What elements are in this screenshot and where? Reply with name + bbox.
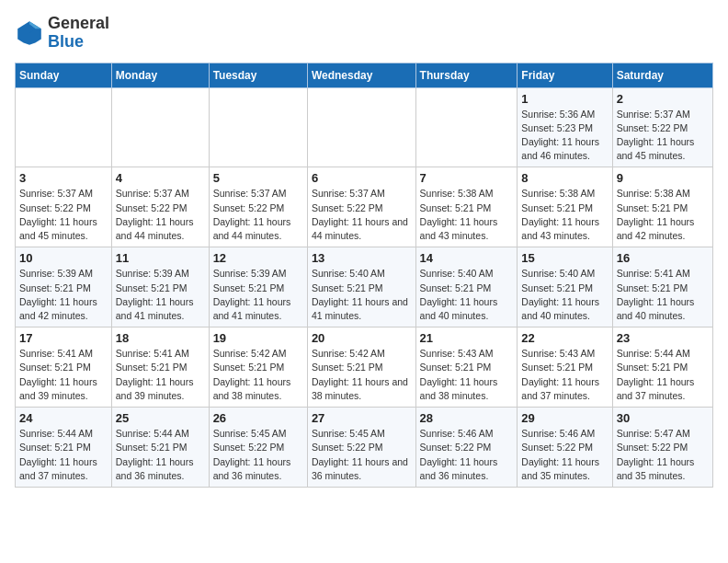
day-number: 9 xyxy=(617,171,709,185)
day-info: Sunrise: 5:45 AM Sunset: 5:22 PM Dayligh… xyxy=(213,427,303,483)
day-number: 22 xyxy=(521,331,608,345)
calendar-cell: 17Sunrise: 5:41 AM Sunset: 5:21 PM Dayli… xyxy=(16,327,112,408)
day-info: Sunrise: 5:38 AM Sunset: 5:21 PM Dayligh… xyxy=(617,187,709,243)
calendar-cell: 14Sunrise: 5:40 AM Sunset: 5:21 PM Dayli… xyxy=(415,247,518,327)
day-number: 11 xyxy=(116,251,205,265)
calendar-cell: 22Sunrise: 5:43 AM Sunset: 5:21 PM Dayli… xyxy=(518,327,612,408)
day-number: 6 xyxy=(312,171,412,185)
day-number: 26 xyxy=(213,411,303,425)
day-info: Sunrise: 5:40 AM Sunset: 5:21 PM Dayligh… xyxy=(312,267,412,323)
calendar-cell: 19Sunrise: 5:42 AM Sunset: 5:21 PM Dayli… xyxy=(209,327,307,408)
day-number: 21 xyxy=(420,331,514,345)
day-info: Sunrise: 5:39 AM Sunset: 5:21 PM Dayligh… xyxy=(19,267,108,323)
day-info: Sunrise: 5:46 AM Sunset: 5:22 PM Dayligh… xyxy=(521,427,608,483)
day-number: 25 xyxy=(116,411,205,425)
calendar-week-row: 3Sunrise: 5:37 AM Sunset: 5:22 PM Daylig… xyxy=(16,167,713,247)
day-info: Sunrise: 5:36 AM Sunset: 5:23 PM Dayligh… xyxy=(521,108,608,164)
day-number: 1 xyxy=(521,92,608,106)
calendar-cell: 4Sunrise: 5:37 AM Sunset: 5:22 PM Daylig… xyxy=(111,167,209,247)
calendar-cell xyxy=(111,87,209,167)
day-number: 30 xyxy=(617,411,709,425)
calendar-cell: 29Sunrise: 5:46 AM Sunset: 5:22 PM Dayli… xyxy=(518,408,612,488)
day-number: 15 xyxy=(521,251,608,265)
calendar-cell: 26Sunrise: 5:45 AM Sunset: 5:22 PM Dayli… xyxy=(209,408,307,488)
logo-icon xyxy=(15,18,44,48)
day-header-thursday: Thursday xyxy=(415,63,518,87)
day-number: 4 xyxy=(116,171,205,185)
day-info: Sunrise: 5:37 AM Sunset: 5:22 PM Dayligh… xyxy=(617,108,709,164)
calendar-cell xyxy=(209,87,307,167)
day-header-friday: Friday xyxy=(518,63,612,87)
calendar-cell: 28Sunrise: 5:46 AM Sunset: 5:22 PM Dayli… xyxy=(415,408,518,488)
calendar-cell: 5Sunrise: 5:37 AM Sunset: 5:22 PM Daylig… xyxy=(209,167,307,247)
calendar-cell xyxy=(16,87,112,167)
day-number: 23 xyxy=(617,331,709,345)
day-info: Sunrise: 5:47 AM Sunset: 5:22 PM Dayligh… xyxy=(617,427,709,483)
header: General Blue xyxy=(15,15,713,52)
day-info: Sunrise: 5:43 AM Sunset: 5:21 PM Dayligh… xyxy=(420,347,514,403)
calendar-week-row: 10Sunrise: 5:39 AM Sunset: 5:21 PM Dayli… xyxy=(16,247,713,327)
calendar-cell: 25Sunrise: 5:44 AM Sunset: 5:21 PM Dayli… xyxy=(111,408,209,488)
day-info: Sunrise: 5:44 AM Sunset: 5:21 PM Dayligh… xyxy=(116,427,205,483)
day-info: Sunrise: 5:41 AM Sunset: 5:21 PM Dayligh… xyxy=(617,267,709,323)
calendar-week-row: 24Sunrise: 5:44 AM Sunset: 5:21 PM Dayli… xyxy=(16,408,713,488)
day-number: 5 xyxy=(213,171,303,185)
day-info: Sunrise: 5:38 AM Sunset: 5:21 PM Dayligh… xyxy=(521,187,608,243)
calendar-week-row: 17Sunrise: 5:41 AM Sunset: 5:21 PM Dayli… xyxy=(16,327,713,408)
day-info: Sunrise: 5:37 AM Sunset: 5:22 PM Dayligh… xyxy=(213,187,303,243)
calendar-cell xyxy=(307,87,415,167)
day-number: 2 xyxy=(617,92,709,106)
day-header-tuesday: Tuesday xyxy=(209,63,307,87)
day-number: 17 xyxy=(19,331,108,345)
calendar-cell: 21Sunrise: 5:43 AM Sunset: 5:21 PM Dayli… xyxy=(415,327,518,408)
calendar-cell: 20Sunrise: 5:42 AM Sunset: 5:21 PM Dayli… xyxy=(307,327,415,408)
day-info: Sunrise: 5:39 AM Sunset: 5:21 PM Dayligh… xyxy=(116,267,205,323)
calendar-cell: 24Sunrise: 5:44 AM Sunset: 5:21 PM Dayli… xyxy=(16,408,112,488)
day-info: Sunrise: 5:42 AM Sunset: 5:21 PM Dayligh… xyxy=(312,347,412,403)
day-info: Sunrise: 5:44 AM Sunset: 5:21 PM Dayligh… xyxy=(19,427,108,483)
calendar-cell: 13Sunrise: 5:40 AM Sunset: 5:21 PM Dayli… xyxy=(307,247,415,327)
day-number: 10 xyxy=(19,251,108,265)
day-info: Sunrise: 5:41 AM Sunset: 5:21 PM Dayligh… xyxy=(19,347,108,403)
day-number: 13 xyxy=(312,251,412,265)
day-number: 3 xyxy=(19,171,108,185)
day-number: 28 xyxy=(420,411,514,425)
calendar-cell: 8Sunrise: 5:38 AM Sunset: 5:21 PM Daylig… xyxy=(518,167,612,247)
calendar-cell: 11Sunrise: 5:39 AM Sunset: 5:21 PM Dayli… xyxy=(111,247,209,327)
day-header-wednesday: Wednesday xyxy=(307,63,415,87)
calendar-header-row: SundayMondayTuesdayWednesdayThursdayFrid… xyxy=(16,63,713,87)
day-info: Sunrise: 5:45 AM Sunset: 5:22 PM Dayligh… xyxy=(312,427,412,483)
calendar-week-row: 1Sunrise: 5:36 AM Sunset: 5:23 PM Daylig… xyxy=(16,87,713,167)
day-number: 20 xyxy=(312,331,412,345)
day-number: 24 xyxy=(19,411,108,425)
day-number: 27 xyxy=(312,411,412,425)
logo-text: General Blue xyxy=(48,15,109,52)
day-info: Sunrise: 5:37 AM Sunset: 5:22 PM Dayligh… xyxy=(312,187,412,243)
day-info: Sunrise: 5:42 AM Sunset: 5:21 PM Dayligh… xyxy=(213,347,303,403)
day-number: 29 xyxy=(521,411,608,425)
day-number: 8 xyxy=(521,171,608,185)
calendar-cell xyxy=(415,87,518,167)
calendar-cell: 15Sunrise: 5:40 AM Sunset: 5:21 PM Dayli… xyxy=(518,247,612,327)
logo: General Blue xyxy=(15,15,109,52)
day-header-sunday: Sunday xyxy=(16,63,112,87)
day-header-monday: Monday xyxy=(111,63,209,87)
day-info: Sunrise: 5:44 AM Sunset: 5:21 PM Dayligh… xyxy=(617,347,709,403)
day-number: 16 xyxy=(617,251,709,265)
day-number: 18 xyxy=(116,331,205,345)
calendar-cell: 9Sunrise: 5:38 AM Sunset: 5:21 PM Daylig… xyxy=(612,167,712,247)
day-info: Sunrise: 5:41 AM Sunset: 5:21 PM Dayligh… xyxy=(116,347,205,403)
calendar-cell: 7Sunrise: 5:38 AM Sunset: 5:21 PM Daylig… xyxy=(415,167,518,247)
day-number: 19 xyxy=(213,331,303,345)
day-info: Sunrise: 5:40 AM Sunset: 5:21 PM Dayligh… xyxy=(521,267,608,323)
calendar-cell: 30Sunrise: 5:47 AM Sunset: 5:22 PM Dayli… xyxy=(612,408,712,488)
calendar-cell: 18Sunrise: 5:41 AM Sunset: 5:21 PM Dayli… xyxy=(111,327,209,408)
day-number: 12 xyxy=(213,251,303,265)
day-info: Sunrise: 5:40 AM Sunset: 5:21 PM Dayligh… xyxy=(420,267,514,323)
calendar-table: SundayMondayTuesdayWednesdayThursdayFrid… xyxy=(15,63,713,488)
day-number: 14 xyxy=(420,251,514,265)
calendar-cell: 6Sunrise: 5:37 AM Sunset: 5:22 PM Daylig… xyxy=(307,167,415,247)
day-number: 7 xyxy=(420,171,514,185)
day-header-saturday: Saturday xyxy=(612,63,712,87)
day-info: Sunrise: 5:39 AM Sunset: 5:21 PM Dayligh… xyxy=(213,267,303,323)
